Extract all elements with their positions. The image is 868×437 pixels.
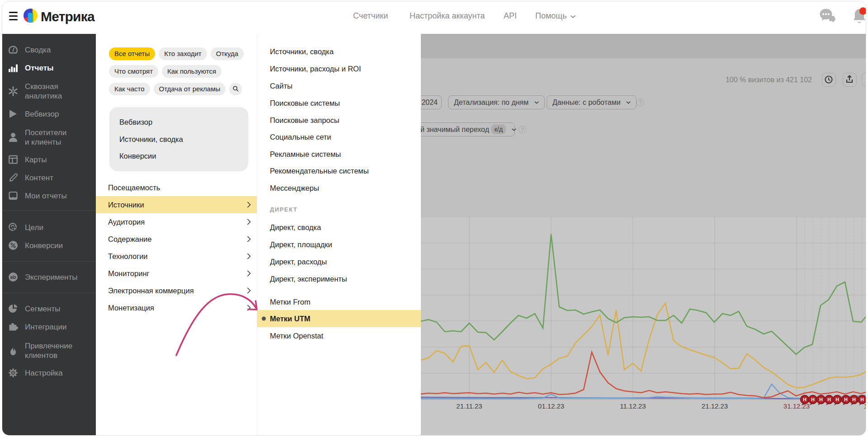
svg-text:Н: Н [811, 397, 815, 402]
svg-text:Н: Н [835, 397, 839, 402]
svg-text:Н: Н [803, 397, 807, 402]
svg-text:Н: Н [844, 397, 848, 402]
svg-text:Н: Н [827, 397, 831, 402]
svg-text:Н: Н [819, 397, 823, 402]
svg-text:Н: Н [852, 397, 856, 402]
svg-text:Н: Н [860, 397, 864, 402]
svg-text:ab: ab [10, 274, 16, 280]
